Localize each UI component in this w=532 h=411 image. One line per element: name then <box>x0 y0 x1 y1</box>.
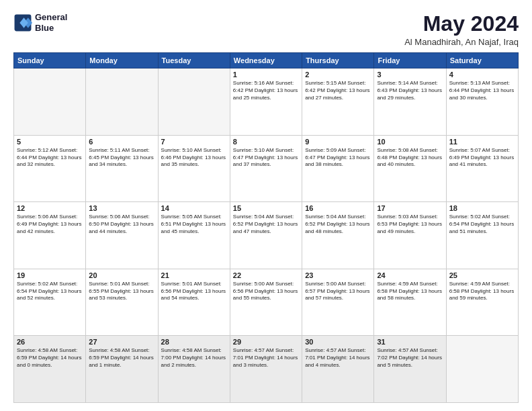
cell-info: Sunrise: 4:57 AM Sunset: 7:02 PM Dayligh… <box>377 347 443 369</box>
cell-info: Sunrise: 5:12 AM Sunset: 6:44 PM Dayligh… <box>17 147 83 169</box>
col-header-tuesday: Tuesday <box>158 53 230 68</box>
day-number: 12 <box>17 204 83 212</box>
cell-info: Sunrise: 5:15 AM Sunset: 6:42 PM Dayligh… <box>305 80 371 101</box>
day-number: 18 <box>449 204 515 212</box>
calendar-table: SundayMondayTuesdayWednesdayThursdayFrid… <box>13 52 519 403</box>
calendar-cell: 10Sunrise: 5:08 AM Sunset: 6:48 PM Dayli… <box>374 135 446 202</box>
cell-info: Sunrise: 4:59 AM Sunset: 6:58 PM Dayligh… <box>449 281 515 302</box>
calendar-cell: 7Sunrise: 5:10 AM Sunset: 6:46 PM Daylig… <box>158 135 230 202</box>
calendar-cell: 31Sunrise: 4:57 AM Sunset: 7:02 PM Dayli… <box>374 336 446 403</box>
cell-info: Sunrise: 5:00 AM Sunset: 6:57 PM Dayligh… <box>305 281 371 302</box>
day-number: 28 <box>161 338 227 346</box>
day-number: 2 <box>305 71 371 79</box>
day-number: 14 <box>161 204 227 212</box>
calendar-cell: 11Sunrise: 5:07 AM Sunset: 6:49 PM Dayli… <box>446 135 518 202</box>
day-number: 23 <box>305 271 371 279</box>
cell-info: Sunrise: 4:57 AM Sunset: 7:01 PM Dayligh… <box>305 347 371 369</box>
calendar-cell: 22Sunrise: 5:00 AM Sunset: 6:56 PM Dayli… <box>230 269 302 336</box>
page: General Blue May 2024 Al Manadhirah, An … <box>0 0 532 411</box>
day-number: 22 <box>233 271 299 279</box>
calendar-cell: 17Sunrise: 5:03 AM Sunset: 6:53 PM Dayli… <box>374 202 446 269</box>
day-number: 9 <box>305 138 371 146</box>
calendar-cell: 28Sunrise: 4:58 AM Sunset: 7:00 PM Dayli… <box>158 336 230 403</box>
calendar-cell: 3Sunrise: 5:14 AM Sunset: 6:43 PM Daylig… <box>374 68 446 136</box>
logo-icon <box>13 13 32 32</box>
day-number: 27 <box>89 338 154 346</box>
cell-info: Sunrise: 4:58 AM Sunset: 6:59 PM Dayligh… <box>89 347 154 369</box>
day-number: 1 <box>233 71 299 79</box>
calendar-cell: 16Sunrise: 5:04 AM Sunset: 6:52 PM Dayli… <box>302 202 374 269</box>
day-number: 4 <box>449 71 515 79</box>
day-number: 7 <box>161 138 227 146</box>
day-number: 21 <box>161 271 227 279</box>
day-number: 13 <box>89 204 154 212</box>
cell-info: Sunrise: 5:13 AM Sunset: 6:44 PM Dayligh… <box>449 80 515 101</box>
cell-info: Sunrise: 5:09 AM Sunset: 6:47 PM Dayligh… <box>305 147 371 169</box>
cell-info: Sunrise: 5:04 AM Sunset: 6:52 PM Dayligh… <box>305 214 371 235</box>
subtitle: Al Manadhirah, An Najaf, Iraq <box>404 37 519 47</box>
week-row-2: 12Sunrise: 5:06 AM Sunset: 6:49 PM Dayli… <box>14 202 519 269</box>
calendar-cell: 21Sunrise: 5:01 AM Sunset: 6:56 PM Dayli… <box>158 269 230 336</box>
cell-info: Sunrise: 5:03 AM Sunset: 6:53 PM Dayligh… <box>377 214 443 235</box>
calendar-cell: 29Sunrise: 4:57 AM Sunset: 7:01 PM Dayli… <box>230 336 302 403</box>
day-number: 6 <box>89 138 154 146</box>
calendar-cell: 1Sunrise: 5:16 AM Sunset: 6:42 PM Daylig… <box>230 68 302 136</box>
day-number: 17 <box>377 204 443 212</box>
calendar-cell: 4Sunrise: 5:13 AM Sunset: 6:44 PM Daylig… <box>446 68 518 136</box>
cell-info: Sunrise: 4:58 AM Sunset: 6:59 PM Dayligh… <box>17 347 83 369</box>
cell-info: Sunrise: 5:01 AM Sunset: 6:56 PM Dayligh… <box>161 281 227 302</box>
calendar-cell: 15Sunrise: 5:04 AM Sunset: 6:52 PM Dayli… <box>230 202 302 269</box>
calendar-cell: 30Sunrise: 4:57 AM Sunset: 7:01 PM Dayli… <box>302 336 374 403</box>
cell-info: Sunrise: 5:02 AM Sunset: 6:54 PM Dayligh… <box>17 281 83 302</box>
calendar-cell: 25Sunrise: 4:59 AM Sunset: 6:58 PM Dayli… <box>446 269 518 336</box>
day-number: 8 <box>233 138 299 146</box>
calendar-cell: 2Sunrise: 5:15 AM Sunset: 6:42 PM Daylig… <box>302 68 374 136</box>
cell-info: Sunrise: 5:16 AM Sunset: 6:42 PM Dayligh… <box>233 80 299 101</box>
day-number: 24 <box>377 271 443 279</box>
calendar-cell: 13Sunrise: 5:06 AM Sunset: 6:50 PM Dayli… <box>86 202 158 269</box>
day-number: 25 <box>449 271 515 279</box>
cell-info: Sunrise: 5:05 AM Sunset: 6:51 PM Dayligh… <box>161 214 227 235</box>
calendar-cell: 20Sunrise: 5:01 AM Sunset: 6:55 PM Dayli… <box>86 269 158 336</box>
day-number: 15 <box>233 204 299 212</box>
col-header-saturday: Saturday <box>446 53 518 68</box>
month-title: May 2024 <box>404 12 519 36</box>
calendar-cell: 14Sunrise: 5:05 AM Sunset: 6:51 PM Dayli… <box>158 202 230 269</box>
calendar-cell: 6Sunrise: 5:11 AM Sunset: 6:45 PM Daylig… <box>86 135 158 202</box>
cell-info: Sunrise: 5:00 AM Sunset: 6:56 PM Dayligh… <box>233 281 299 302</box>
calendar-cell <box>446 336 518 403</box>
col-header-thursday: Thursday <box>302 53 374 68</box>
header: General Blue May 2024 Al Manadhirah, An … <box>13 12 519 47</box>
cell-info: Sunrise: 5:06 AM Sunset: 6:49 PM Dayligh… <box>17 214 83 235</box>
week-row-1: 5Sunrise: 5:12 AM Sunset: 6:44 PM Daylig… <box>14 135 519 202</box>
header-row: SundayMondayTuesdayWednesdayThursdayFrid… <box>14 53 519 68</box>
col-header-sunday: Sunday <box>14 53 86 68</box>
day-number: 30 <box>305 338 371 346</box>
cell-info: Sunrise: 4:57 AM Sunset: 7:01 PM Dayligh… <box>233 347 299 369</box>
cell-info: Sunrise: 4:59 AM Sunset: 6:58 PM Dayligh… <box>377 281 443 302</box>
day-number: 29 <box>233 338 299 346</box>
cell-info: Sunrise: 5:07 AM Sunset: 6:49 PM Dayligh… <box>449 147 515 169</box>
logo: General Blue <box>13 12 67 33</box>
title-block: May 2024 Al Manadhirah, An Najaf, Iraq <box>404 12 519 47</box>
calendar-cell: 23Sunrise: 5:00 AM Sunset: 6:57 PM Dayli… <box>302 269 374 336</box>
day-number: 16 <box>305 204 371 212</box>
day-number: 5 <box>17 138 83 146</box>
day-number: 19 <box>17 271 83 279</box>
calendar-cell: 12Sunrise: 5:06 AM Sunset: 6:49 PM Dayli… <box>14 202 86 269</box>
day-number: 10 <box>377 138 443 146</box>
cell-info: Sunrise: 5:08 AM Sunset: 6:48 PM Dayligh… <box>377 147 443 169</box>
cell-info: Sunrise: 5:14 AM Sunset: 6:43 PM Dayligh… <box>377 80 443 101</box>
calendar-cell: 18Sunrise: 5:02 AM Sunset: 6:54 PM Dayli… <box>446 202 518 269</box>
calendar-cell <box>14 68 86 136</box>
cell-info: Sunrise: 5:06 AM Sunset: 6:50 PM Dayligh… <box>89 214 154 235</box>
calendar-cell: 27Sunrise: 4:58 AM Sunset: 6:59 PM Dayli… <box>86 336 158 403</box>
cell-info: Sunrise: 5:04 AM Sunset: 6:52 PM Dayligh… <box>233 214 299 235</box>
cell-info: Sunrise: 5:11 AM Sunset: 6:45 PM Dayligh… <box>89 147 154 169</box>
day-number: 20 <box>89 271 154 279</box>
week-row-4: 26Sunrise: 4:58 AM Sunset: 6:59 PM Dayli… <box>14 336 519 403</box>
cell-info: Sunrise: 4:58 AM Sunset: 7:00 PM Dayligh… <box>161 347 227 369</box>
day-number: 26 <box>17 338 83 346</box>
calendar-cell: 8Sunrise: 5:10 AM Sunset: 6:47 PM Daylig… <box>230 135 302 202</box>
cell-info: Sunrise: 5:02 AM Sunset: 6:54 PM Dayligh… <box>449 214 515 235</box>
